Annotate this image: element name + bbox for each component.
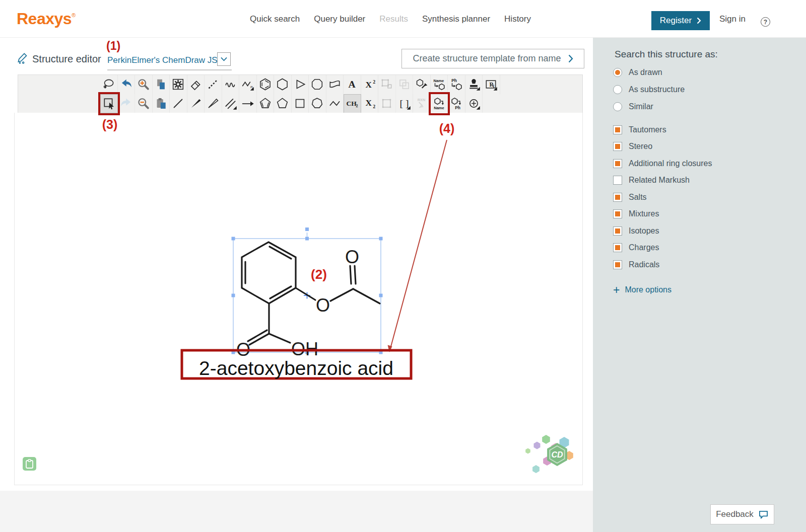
editor-selector-dropdown[interactable]: PerkinElmer's ChemDraw JS: [107, 52, 232, 70]
charge-tool-icon: [467, 97, 481, 110]
tool-subscript-tool[interactable]: X2: [361, 94, 379, 113]
checkbox-stereo[interactable]: Stereo: [613, 138, 806, 156]
repeat-bond-icon: n: [241, 78, 254, 91]
tool-double-bond[interactable]: [222, 94, 240, 113]
radio-circle[interactable]: [613, 85, 622, 94]
tool-single-bond[interactable]: [170, 94, 187, 113]
top-header: Reaxys® Quick searchQuery builderResults…: [0, 0, 806, 38]
tool-undo[interactable]: [118, 75, 136, 94]
tool-settings[interactable]: [170, 75, 187, 94]
tool-paste[interactable]: [153, 94, 170, 113]
more-options-link[interactable]: + More options: [613, 284, 806, 296]
tool-copy[interactable]: [153, 75, 170, 94]
tool-heptagon-ring[interactable]: [309, 94, 326, 113]
tool-r-group-template[interactable]: R1: [483, 75, 500, 94]
tool-freeform-ring[interactable]: [326, 75, 344, 94]
radio-similar[interactable]: Similar: [613, 98, 806, 115]
feedback-button[interactable]: Feedback: [710, 504, 774, 524]
tool-charge-tool[interactable]: [465, 94, 483, 113]
tool-repeat-bond[interactable]: n: [239, 75, 257, 94]
tool-structure-to-ph[interactable]: Ph: [448, 94, 465, 113]
tool-pentagon-ring[interactable]: [274, 94, 292, 113]
tool-chain-tool[interactable]: [326, 94, 344, 113]
group-select-tool-icon: [380, 78, 393, 91]
tool-hexagon-ring[interactable]: [274, 75, 292, 94]
checkbox-isotopes[interactable]: Isotopes: [613, 222, 806, 240]
checkbox-salts[interactable]: Salts: [613, 189, 806, 206]
checkbox-box[interactable]: [613, 142, 622, 151]
sign-in-link[interactable]: Sign in: [719, 0, 746, 38]
tool-ch2-tool[interactable]: CH2: [344, 94, 361, 113]
tool-text-tool[interactable]: A: [344, 75, 361, 94]
selection-box[interactable]: [232, 227, 383, 354]
tool-benzene-ring[interactable]: [257, 75, 275, 94]
checkbox-box[interactable]: [613, 209, 622, 218]
svg-text:A: A: [349, 79, 356, 90]
checkbox-box[interactable]: [613, 125, 622, 134]
checkbox-box[interactable]: [613, 243, 622, 252]
checkbox-additional-ring-closures[interactable]: Additional ring closures: [613, 155, 806, 172]
checkbox-related-markush[interactable]: Related Markush: [613, 172, 806, 189]
ch2-tool-icon: CH2: [346, 97, 359, 110]
tool-marquee-select[interactable]: [100, 94, 118, 113]
selection-handles[interactable]: [232, 227, 383, 354]
checkbox-box[interactable]: [613, 159, 622, 168]
zoom-in-icon: [137, 78, 150, 91]
drawing-canvas[interactable]: (3) (4) O: [14, 113, 583, 485]
radio-circle[interactable]: [613, 68, 622, 77]
tool-hollow-wedge-bond[interactable]: [205, 94, 222, 113]
tool-reaction-arrow[interactable]: [239, 94, 257, 113]
nav-synthesis-planner[interactable]: Synthesis planner: [422, 14, 490, 24]
nav-history[interactable]: History: [504, 14, 531, 24]
svg-text:[ ]: [ ]: [399, 98, 409, 109]
tool-cyclopentadiene-ring[interactable]: [257, 94, 275, 113]
tool-square-ring[interactable]: [292, 94, 309, 113]
tool-hashed-bond[interactable]: [205, 75, 222, 94]
canvas-drawing[interactable]: (3) (4) O: [15, 113, 583, 485]
tool-group-tool: [378, 94, 396, 113]
create-template-button[interactable]: Create structure template from name: [401, 49, 584, 68]
tool-wedge-bond[interactable]: [187, 94, 205, 113]
help-icon[interactable]: ?: [761, 17, 770, 27]
clipboard-button[interactable]: [23, 457, 36, 471]
checkbox-box[interactable]: [613, 176, 622, 185]
rotation-handle[interactable]: [305, 227, 309, 231]
tool-clean-structure[interactable]: [413, 75, 431, 94]
radio-as-drawn[interactable]: As drawn: [613, 64, 806, 81]
tool-zoom-in[interactable]: [135, 75, 153, 94]
tool-eraser[interactable]: [187, 75, 205, 94]
tool-phenyl-to-structure[interactable]: Ph: [448, 75, 465, 94]
tool-name-to-structure[interactable]: Name: [431, 75, 448, 94]
checkbox-radicals[interactable]: Radicals: [613, 256, 806, 273]
tool-octagon-ring[interactable]: [309, 75, 326, 94]
checkbox-charges[interactable]: Charges: [613, 240, 806, 257]
reaxys-logo[interactable]: Reaxys®: [17, 10, 76, 28]
tool-lasso-select[interactable]: [100, 75, 118, 94]
svg-text:X: X: [365, 80, 372, 90]
tool-superscript-tool[interactable]: X2: [361, 75, 379, 94]
nav-query-builder[interactable]: Query builder: [314, 14, 365, 24]
tool-brackets-tool[interactable]: [ ]: [396, 94, 414, 113]
checkbox-mixtures[interactable]: Mixtures: [613, 206, 806, 223]
checkbox-box[interactable]: [613, 260, 622, 269]
name-to-structure-icon: Name: [432, 78, 446, 91]
tool-stamp-tool[interactable]: [465, 75, 483, 94]
settings-icon: [171, 78, 185, 91]
tool-wavy-bond[interactable]: [222, 75, 240, 94]
molecule-name: 2-acetoxybenzoic acid: [199, 357, 393, 379]
tool-zoom-out[interactable]: [135, 94, 153, 113]
radio-circle[interactable]: [613, 102, 622, 111]
redo-icon: [119, 97, 133, 110]
tool-triangle-ring[interactable]: [292, 75, 309, 94]
superscript-tool-icon: X2: [363, 78, 376, 91]
checkbox-box[interactable]: [613, 193, 622, 202]
chemdraw-logo: CD: [525, 435, 573, 473]
register-button[interactable]: Register: [651, 11, 710, 30]
nav-quick-search[interactable]: Quick search: [250, 14, 300, 24]
checkbox-tautomers[interactable]: Tautomers: [613, 121, 806, 138]
checkbox-box[interactable]: [613, 226, 622, 236]
dropdown-toggle[interactable]: [217, 52, 231, 66]
tool-structure-to-name[interactable]: Name: [431, 94, 448, 113]
eraser-icon: [189, 78, 203, 91]
radio-as-substructure[interactable]: As substructure: [613, 81, 806, 98]
